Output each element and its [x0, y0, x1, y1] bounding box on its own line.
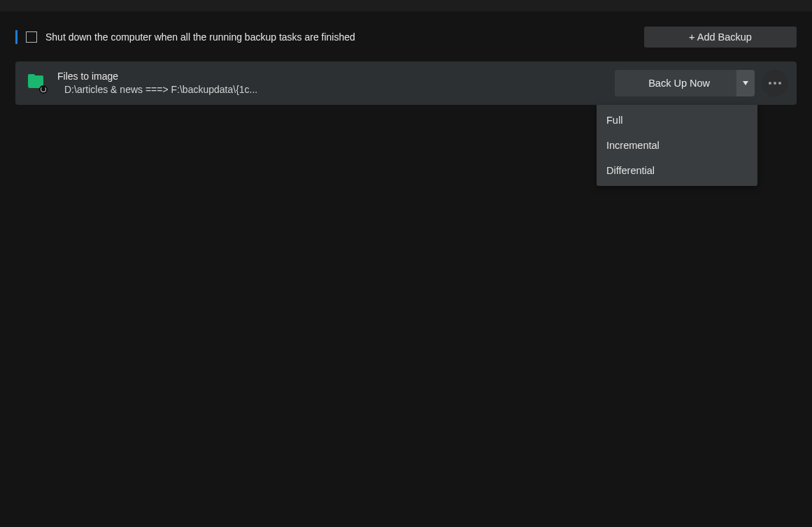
add-backup-button[interactable]: + Add Backup: [644, 27, 797, 48]
active-indicator: [15, 30, 17, 44]
dots-icon: [769, 82, 771, 85]
toolbar-left-group: Shut down the computer when all the runn…: [15, 30, 355, 44]
task-text-block: Files to image D:\articles & news ===> F…: [57, 70, 615, 96]
menu-item-full[interactable]: Full: [597, 108, 757, 133]
task-title: Files to image: [57, 70, 615, 83]
more-options-button[interactable]: [762, 70, 788, 96]
shutdown-label: Shut down the computer when all the runn…: [45, 31, 355, 43]
titlebar-strip: [0, 0, 812, 11]
caret-down-icon: [743, 81, 748, 85]
menu-item-incremental[interactable]: Incremental: [597, 133, 757, 158]
backup-type-menu: Full Incremental Differential: [597, 105, 757, 186]
folder-sync-icon: [28, 74, 46, 92]
main-content: Shut down the computer when all the runn…: [0, 11, 812, 105]
menu-item-differential[interactable]: Differential: [597, 158, 757, 183]
backup-task-card: Files to image D:\articles & news ===> F…: [15, 62, 797, 105]
toolbar-row: Shut down the computer when all the runn…: [15, 27, 797, 48]
shutdown-checkbox[interactable]: [26, 31, 37, 43]
task-path: D:\articles & news ===> F:\backupdata\{1…: [57, 83, 323, 96]
task-actions: Back Up Now: [615, 70, 788, 96]
backup-now-split-button: Back Up Now: [615, 70, 755, 96]
backup-now-button[interactable]: Back Up Now: [615, 70, 736, 96]
backup-type-dropdown-button[interactable]: [736, 70, 755, 96]
